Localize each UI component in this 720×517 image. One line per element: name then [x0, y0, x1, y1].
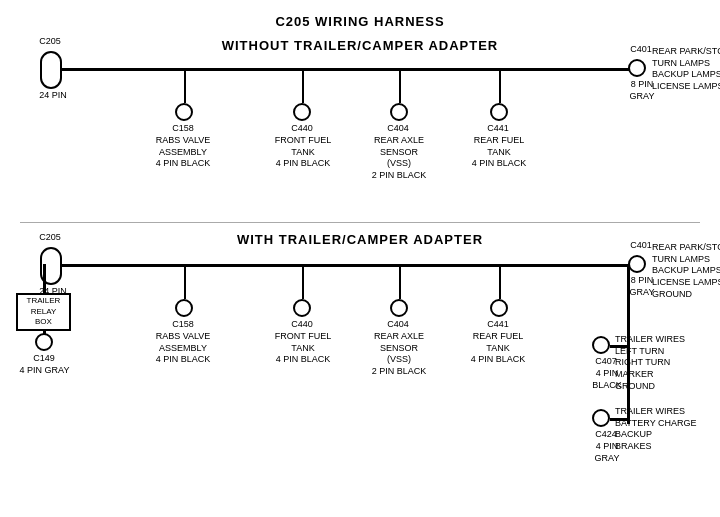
c149-label: 4 PIN GRAY — [12, 365, 77, 377]
top-c404-id: C404 — [378, 123, 418, 135]
top-c440-label: FRONT FUELTANK4 PIN BLACK — [268, 135, 338, 170]
c407-label: TRAILER WIRESLEFT TURNRIGHT TURNMARKERGR… — [615, 334, 705, 392]
bottom-main-line2 — [62, 264, 630, 267]
top-c158-label: RABS VALVEASSEMBLY4 PIN BLACK — [148, 135, 218, 170]
c424-connector — [592, 409, 610, 427]
bottom-c441-connector — [490, 299, 508, 317]
bottom-c440-id: C440 — [282, 319, 322, 331]
trailer-relay-box: TRAILERRELAYBOX — [16, 293, 71, 331]
top-left-sub: 24 PIN — [28, 90, 78, 102]
top-left-id: C205 — [30, 36, 70, 48]
top-c441-dropline — [499, 68, 501, 103]
top-right-label: REAR PARK/STOPTURN LAMPSBACKUP LAMPSLICE… — [652, 46, 720, 93]
bottom-c441-id: C441 — [478, 319, 518, 331]
top-c404-connector — [390, 103, 408, 121]
bottom-c440-dropline — [302, 264, 304, 299]
relay-c149-vline — [43, 331, 46, 335]
bottom-right-connector — [628, 255, 646, 273]
top-c440-connector — [293, 103, 311, 121]
top-c441-id: C441 — [478, 123, 518, 135]
top-c440-dropline — [302, 68, 304, 103]
bottom-c404-label: REAR AXLESENSOR(VSS)2 PIN BLACK — [364, 331, 434, 378]
bottom-c440-label: FRONT FUELTANK4 PIN BLACK — [268, 331, 338, 366]
bottom-section-label: WITH TRAILER/CAMPER ADAPTER — [90, 232, 630, 247]
bottom-c404-id: C404 — [378, 319, 418, 331]
relay-box-vline — [43, 264, 46, 293]
top-c158-connector — [175, 103, 193, 121]
bottom-c404-connector — [390, 299, 408, 317]
c149-connector — [35, 333, 53, 351]
bottom-c441-label: REAR FUELTANK4 PIN BLACK — [462, 331, 534, 366]
bottom-c158-connector — [175, 299, 193, 317]
c407-connector — [592, 336, 610, 354]
bottom-c440-connector — [293, 299, 311, 317]
c149-id: C149 — [24, 353, 64, 365]
top-c404-label: REAR AXLESENSOR(VSS)2 PIN BLACK — [364, 135, 434, 182]
c424-label: TRAILER WIRESBATTERY CHARGEBACKUPBRAKES — [615, 406, 705, 453]
top-section-label: WITHOUT TRAILER/CAMPER ADAPTER — [90, 38, 630, 53]
top-c158-id: C158 — [163, 123, 203, 135]
bottom-c158-label: RABS VALVEASSEMBLY4 PIN BLACK — [148, 331, 218, 366]
top-main-line — [62, 68, 645, 71]
top-c441-label: REAR FUELTANK4 PIN BLACK — [464, 135, 534, 170]
top-c158-dropline — [184, 68, 186, 103]
bottom-c404-dropline — [399, 264, 401, 299]
bottom-c158-dropline — [184, 264, 186, 299]
bottom-right-label: REAR PARK/STOPTURN LAMPSBACKUP LAMPSLICE… — [652, 242, 720, 300]
bottom-c158-id: C158 — [163, 319, 203, 331]
bottom-c441-dropline — [499, 264, 501, 299]
page-title: C205 WIRING HARNESS — [0, 6, 720, 29]
top-c404-dropline — [399, 68, 401, 103]
top-right-connector — [628, 59, 646, 77]
top-c441-connector — [490, 103, 508, 121]
top-c440-id: C440 — [282, 123, 322, 135]
divider — [20, 222, 700, 223]
bottom-left-id: C205 — [30, 232, 70, 244]
top-left-connector — [40, 51, 62, 89]
